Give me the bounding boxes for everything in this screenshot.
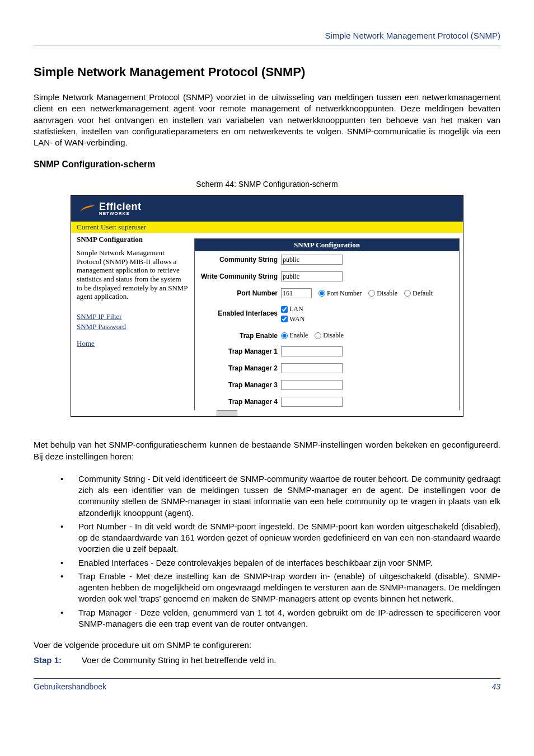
label-trap-manager-2: Trap Manager 2 xyxy=(199,364,278,372)
step-text: Voer de Community String in het betreffe… xyxy=(82,655,276,665)
radio-disable-label: Disable xyxy=(377,289,397,298)
swoosh-icon xyxy=(79,202,96,215)
check-lan-label: LAN xyxy=(289,305,303,313)
footer-rule xyxy=(34,678,500,679)
input-write-community-string[interactable] xyxy=(281,271,343,281)
label-port-number: Port Number xyxy=(199,289,278,297)
footer-page-number: 43 xyxy=(491,682,500,691)
sub-section-title: SNMP Configuration-scherm xyxy=(34,159,500,170)
bullet-list: Community String - Dit veld identificeer… xyxy=(34,473,500,630)
radio-trap-disable[interactable]: Disable xyxy=(315,331,344,340)
input-trap-manager-2[interactable] xyxy=(281,363,343,373)
label-trap-manager-3: Trap Manager 3 xyxy=(199,381,278,389)
list-item: Port Number - In dit veld wordt de SNMP-… xyxy=(60,521,500,555)
current-user-bar: Current User: superuser xyxy=(71,222,463,233)
input-port-number[interactable] xyxy=(281,288,312,298)
procedure-intro: Voer de volgende procedure uit om SNMP t… xyxy=(34,640,500,651)
input-trap-manager-4[interactable] xyxy=(281,397,343,407)
page-header-title: Simple Network Management Protocol (SNMP… xyxy=(34,31,500,40)
link-snmp-password[interactable]: SNMP Password xyxy=(77,322,189,331)
step-row: Stap 1: Voer de Community String in het … xyxy=(34,655,500,665)
post-screenshot-paragraph: Met behulp van het SNMP-configuratiesche… xyxy=(34,439,500,462)
radio-trap-disable-label: Disable xyxy=(323,331,344,340)
radio-disable[interactable]: Disable xyxy=(368,289,397,298)
page-footer: Gebruikershandboek 43 xyxy=(34,682,500,691)
label-enabled-interfaces: Enabled Interfaces xyxy=(199,305,278,317)
label-trap-enable: Trap Enable xyxy=(199,332,278,340)
right-panel: SNMP Configuration Community String Writ… xyxy=(194,233,463,416)
intro-paragraph: Simple Network Management Protocol (SNMP… xyxy=(34,92,500,148)
section-title: Simple Network Management Protocol (SNMP… xyxy=(34,65,500,79)
list-item: Community String - Dit veld identificeer… xyxy=(60,473,500,519)
input-community-string[interactable] xyxy=(281,255,343,265)
input-trap-manager-3[interactable] xyxy=(281,380,343,390)
left-panel-description: Simple Network Management Protocol (SNMP… xyxy=(77,248,189,301)
footer-left: Gebruikershandboek xyxy=(34,682,106,691)
step-label: Stap 1: xyxy=(34,655,62,665)
radio-trap-enable[interactable]: Enable xyxy=(281,331,308,340)
link-snmp-ip-filter[interactable]: SNMP IP Filter xyxy=(77,312,189,321)
list-item: Enabled Interfaces - Deze controlevakjes… xyxy=(60,557,500,569)
config-panel-title: SNMP Configuration xyxy=(195,239,459,251)
header-rule xyxy=(34,45,500,45)
list-item: Trap Manager - Deze velden, genummerd va… xyxy=(60,607,500,630)
label-write-community-string: Write Community String xyxy=(199,273,278,280)
figure-caption: Scherm 44: SNMP Configuration-scherm xyxy=(34,180,500,189)
brand-logo: Efficient NETWORKS xyxy=(79,201,455,216)
left-panel-title: SNMP Configuration xyxy=(77,235,189,244)
label-community-string: Community String xyxy=(199,256,278,264)
check-lan[interactable]: LAN xyxy=(281,305,303,313)
snmp-config-screenshot: Efficient NETWORKS Current User: superus… xyxy=(71,195,463,417)
input-trap-manager-1[interactable] xyxy=(281,346,343,356)
check-wan[interactable]: WAN xyxy=(281,315,305,323)
check-wan-label: WAN xyxy=(289,315,305,323)
radio-default-label: Default xyxy=(413,289,433,298)
label-trap-manager-1: Trap Manager 1 xyxy=(199,348,278,355)
list-item: Trap Enable - Met deze instelling kan de… xyxy=(60,571,500,605)
radio-default[interactable]: Default xyxy=(404,289,433,298)
left-panel: SNMP Configuration Simple Network Manage… xyxy=(71,233,194,355)
radio-port-number[interactable]: Port Number xyxy=(318,289,362,298)
radio-port-number-label: Port Number xyxy=(327,289,362,298)
apply-button-partial[interactable] xyxy=(217,410,237,416)
radio-trap-enable-label: Enable xyxy=(289,331,308,340)
label-trap-manager-4: Trap Manager 4 xyxy=(199,398,278,406)
logo-text: Efficient xyxy=(99,201,142,212)
screenshot-header: Efficient NETWORKS xyxy=(71,196,463,222)
link-home[interactable]: Home xyxy=(77,339,189,348)
